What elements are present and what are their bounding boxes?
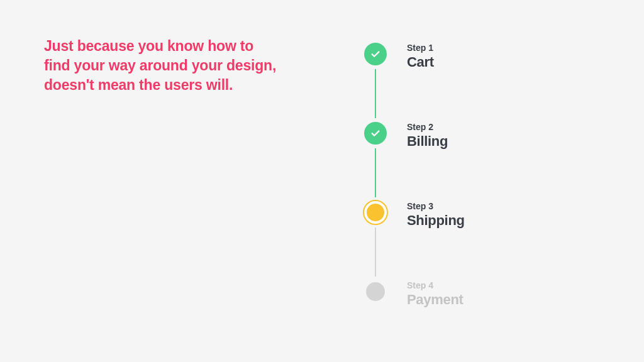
checkmark-icon xyxy=(364,43,387,65)
step-label: Step 3 xyxy=(407,201,465,211)
progress-stepper: Step 1 Cart Step 2 Billing Step 3 Shippi… xyxy=(362,43,465,308)
step-indicator xyxy=(362,122,389,201)
step-label: Step 4 xyxy=(407,280,464,290)
upcoming-step-icon xyxy=(366,282,385,301)
step-connector xyxy=(375,228,376,277)
step-label: Step 2 xyxy=(407,122,448,132)
current-step-icon xyxy=(363,200,388,225)
step-shipping[interactable]: Step 3 Shipping xyxy=(362,201,465,280)
step-indicator xyxy=(362,201,389,280)
step-title: Cart xyxy=(407,54,434,70)
step-indicator xyxy=(362,280,389,301)
step-connector xyxy=(375,69,376,118)
step-text: Step 3 Shipping xyxy=(407,201,465,229)
step-text: Step 1 Cart xyxy=(407,43,434,70)
step-title: Billing xyxy=(407,133,448,150)
step-cart[interactable]: Step 1 Cart xyxy=(362,43,465,122)
step-text: Step 2 Billing xyxy=(407,122,448,150)
step-title: Shipping xyxy=(407,212,465,229)
step-indicator xyxy=(362,43,389,122)
step-label: Step 1 xyxy=(407,43,434,53)
step-title: Payment xyxy=(407,292,464,308)
step-billing[interactable]: Step 2 Billing xyxy=(362,122,465,201)
step-text: Step 4 Payment xyxy=(407,280,464,308)
step-payment[interactable]: Step 4 Payment xyxy=(362,280,465,308)
checkmark-icon xyxy=(364,122,387,145)
quote-text: Just because you know how to find your w… xyxy=(44,36,283,95)
step-connector xyxy=(375,148,376,197)
